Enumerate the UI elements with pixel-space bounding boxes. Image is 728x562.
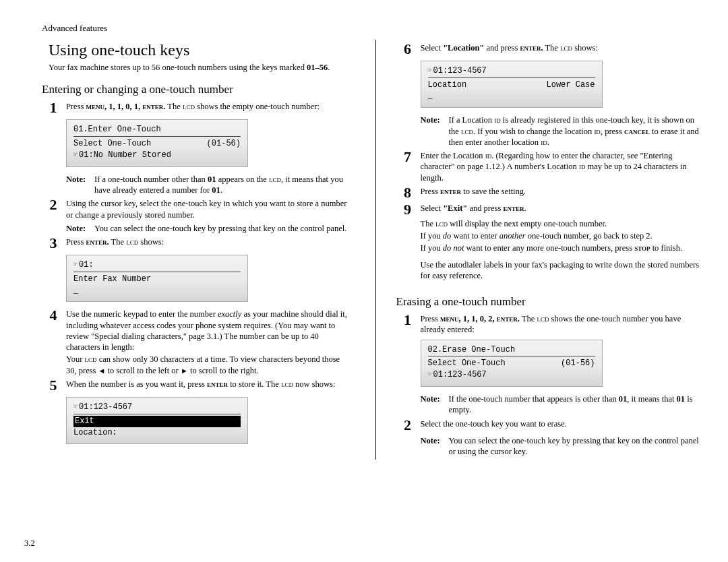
t: "Exit"	[443, 204, 467, 213]
note-6: Note: If a Location id is already regist…	[421, 115, 704, 148]
lcd-line-selected: Exit	[73, 416, 241, 427]
t: enter	[207, 379, 228, 389]
t: lcd	[537, 314, 549, 323]
intro-part-b: 01–56	[307, 63, 328, 72]
step-5: 5 When the number is as you want it, pre…	[44, 379, 350, 393]
t: The	[421, 219, 436, 228]
t: lcd	[461, 127, 473, 136]
t: cancel	[624, 127, 650, 136]
page-number: 3.2	[24, 538, 35, 549]
post-9a: The lcd will display the next empty one-…	[421, 218, 704, 229]
lcd-line: 01:123-4567	[79, 402, 132, 412]
t: 01	[212, 185, 220, 195]
note-body: You can select the one-touch key by pres…	[94, 223, 350, 234]
step-6: 6 Select "Location" and press enter. The…	[399, 42, 704, 57]
note-erase-1: Note: If the one-touch number that appea…	[421, 394, 704, 416]
post-9b: If you do want to enter another one-touc…	[421, 230, 704, 241]
pointer-icon: ☞	[73, 403, 78, 410]
t: will display the next empty one-touch nu…	[448, 219, 607, 228]
t: 01	[619, 394, 628, 404]
t: 01	[677, 394, 686, 404]
t: one-touch number, go back to step 2.	[526, 231, 653, 241]
t: id	[485, 151, 492, 160]
manual-page: Advanced features Using one-touch keys Y…	[0, 0, 728, 562]
t: lcd	[85, 354, 97, 364]
erase-step-1: 1 Press menu, 1, 1, 0, 2, enter. The lcd…	[399, 313, 704, 336]
running-head: Advanced features	[42, 23, 704, 34]
step-number: 2	[399, 418, 417, 433]
t: Press	[66, 237, 86, 247]
t: The	[109, 237, 126, 247]
step-number: 9	[399, 202, 417, 217]
note-label: Note:	[421, 394, 449, 416]
lcd-line: 01:No Number Stored	[79, 150, 171, 160]
t: enter.	[520, 43, 543, 53]
lcd-line: (01-56)	[561, 358, 595, 369]
intro-part-a: Your fax machine stores up to 56 one-tou…	[49, 63, 307, 72]
t: shows:	[572, 43, 598, 53]
t: id	[579, 162, 586, 171]
t: to scroll to the right.	[188, 366, 259, 375]
subheading-erase: Erasing a one-touch number	[396, 294, 704, 309]
t: 01	[208, 175, 216, 184]
t: to scroll to the left or	[105, 366, 180, 375]
t: .	[220, 185, 222, 195]
t: now shows:	[293, 379, 336, 389]
t: enter	[503, 204, 524, 213]
t: Your	[66, 354, 85, 364]
erase-step-2: 2 Select the one-touch key you want to e…	[399, 418, 704, 433]
lcd-line: _	[428, 90, 433, 102]
t: id	[541, 137, 547, 147]
step-3: 3 Press enter. The lcd shows:	[44, 237, 350, 251]
lcd-line: 01:123-4567	[433, 66, 487, 75]
note-erase-2: Note: You can select the one-touch key b…	[421, 435, 704, 458]
t: and press	[484, 43, 520, 53]
t: enter.	[86, 237, 109, 247]
t: appears on the	[216, 175, 269, 184]
t: do	[443, 231, 452, 241]
step-body: Press enter. The lcd shows:	[66, 237, 350, 247]
t: If a Location	[449, 115, 495, 125]
step-2: 2 Using the cursor key, select the one-t…	[44, 198, 350, 220]
step-number: 1	[399, 313, 417, 327]
note-label: Note:	[421, 435, 449, 458]
post-9d: Use the autodialer labels in your fax's …	[421, 259, 704, 282]
t: and press	[467, 204, 503, 213]
t: lcd	[269, 175, 281, 184]
step-number: 8	[399, 185, 417, 200]
t: The	[543, 43, 560, 53]
step-number: 2	[44, 197, 62, 212]
lcd-line: Lower Case	[546, 80, 595, 91]
t: lcd	[126, 237, 138, 247]
step-9: 9 Select "Exit" and press enter.	[399, 203, 704, 217]
step-number: 4	[44, 308, 62, 323]
t: lcd	[281, 379, 293, 389]
t: . If you wish to change the location	[473, 127, 594, 136]
note-body: You can select the one-touch key by pres…	[449, 435, 704, 458]
t: to finish.	[650, 243, 683, 253]
lcd-screen-erase: 02.Erase One-Touch Select One-Touch(01-5…	[421, 340, 603, 387]
t: id	[494, 115, 501, 125]
lcd-line: 01:123-4567	[433, 370, 487, 379]
note-body: If a one-touch number other than 01 appe…	[94, 174, 350, 196]
t: another	[499, 231, 526, 241]
t: Use the numeric keypad to enter the numb…	[66, 309, 218, 319]
left-column: Using one-touch keys Your fax machine st…	[42, 40, 353, 460]
note-1: Note: If a one-touch number other than 0…	[66, 174, 350, 196]
left-arrow-icon: ◄	[98, 367, 106, 375]
note-2: Note: You can select the one-touch key b…	[66, 223, 350, 234]
step-body: Select "Exit" and press enter.	[421, 203, 704, 214]
t: When the number is as you want it, press	[66, 379, 207, 389]
lcd-line: Enter Fax Number	[73, 274, 151, 285]
step-7: 7 Enter the Location id. (Regarding how …	[399, 150, 704, 183]
subheading-enter: Entering or changing a one-touch number	[42, 82, 350, 97]
lcd-line: Select One-Touch	[73, 138, 207, 150]
post-9c: If you do not want to enter any more one…	[421, 243, 704, 253]
t: .	[524, 204, 526, 213]
t: shows the empty one-touch number:	[195, 102, 320, 111]
t: want to enter	[451, 231, 499, 241]
two-column-layout: Using one-touch keys Your fax machine st…	[42, 40, 704, 460]
step-body: Select "Location" and press enter. The l…	[421, 42, 704, 53]
intro-text: Your fax machine stores up to 56 one-tou…	[49, 62, 350, 73]
right-column: 6 Select "Location" and press enter. The…	[375, 40, 704, 460]
